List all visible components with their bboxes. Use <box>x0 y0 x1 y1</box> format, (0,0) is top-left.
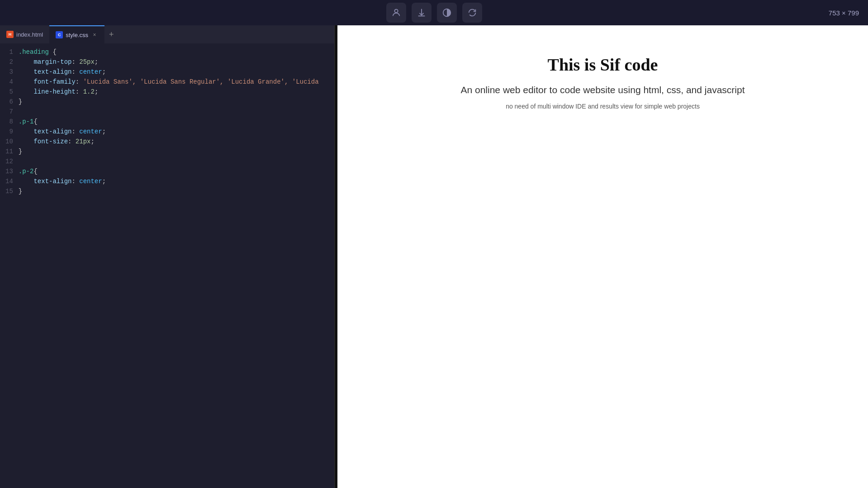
code-line <box>19 156 334 166</box>
toolbar: 753 × 799 <box>0 0 868 25</box>
tab-html-label: index.html <box>16 31 43 38</box>
preview-paragraph-1: An online web editor to code website usi… <box>346 85 859 95</box>
dimensions-display: 753 × 799 <box>829 9 859 17</box>
preview-content: This is Sif code An online web editor to… <box>337 25 868 128</box>
code-line: .p-1{ <box>19 117 334 127</box>
code-content[interactable]: .heading { margin-top: 25px; text-align:… <box>19 43 334 488</box>
code-line: } <box>19 147 334 156</box>
code-line: text-align: center; <box>19 67 334 77</box>
code-line: .p-2{ <box>19 166 334 176</box>
refresh-button[interactable] <box>462 3 482 23</box>
preview-paragraph-2: no need of multi window IDE and results … <box>346 103 859 110</box>
tab-css-label: style.css <box>66 32 88 38</box>
code-line: } <box>19 97 334 107</box>
contrast-button[interactable] <box>437 3 457 23</box>
code-line: margin-top: 25px; <box>19 57 334 67</box>
code-line: text-align: center; <box>19 127 334 137</box>
code-line: font-family: 'Lucida Sans', 'Lucida Sans… <box>19 77 334 87</box>
code-line <box>19 107 334 117</box>
code-line: .heading { <box>19 47 334 57</box>
download-button[interactable] <box>412 3 432 23</box>
tab-html[interactable]: H index.html <box>0 25 49 43</box>
editor-panel: H index.html C style.css × + 12345 67891… <box>0 25 335 488</box>
person-button[interactable] <box>386 3 406 23</box>
code-line: font-size: 21px; <box>19 137 334 147</box>
css-icon: C <box>56 31 63 38</box>
tab-css[interactable]: C style.css × <box>49 25 104 43</box>
html-icon: H <box>6 31 14 38</box>
preview-panel: This is Sif code An online web editor to… <box>337 25 868 488</box>
code-line: line-height: 1.2; <box>19 87 334 97</box>
tab-close-button[interactable]: × <box>91 31 98 38</box>
code-line: } <box>19 186 334 196</box>
preview-heading: This is Sif code <box>346 55 859 76</box>
code-editor[interactable]: 12345 678910 1112131415 .heading { margi… <box>0 43 334 488</box>
svg-point-0 <box>394 9 398 13</box>
line-numbers: 12345 678910 1112131415 <box>0 43 19 488</box>
add-tab-button[interactable]: + <box>104 25 119 43</box>
main-area: H index.html C style.css × + 12345 67891… <box>0 25 868 488</box>
code-line: text-align: center; <box>19 176 334 186</box>
tabs-bar: H index.html C style.css × + <box>0 25 334 43</box>
